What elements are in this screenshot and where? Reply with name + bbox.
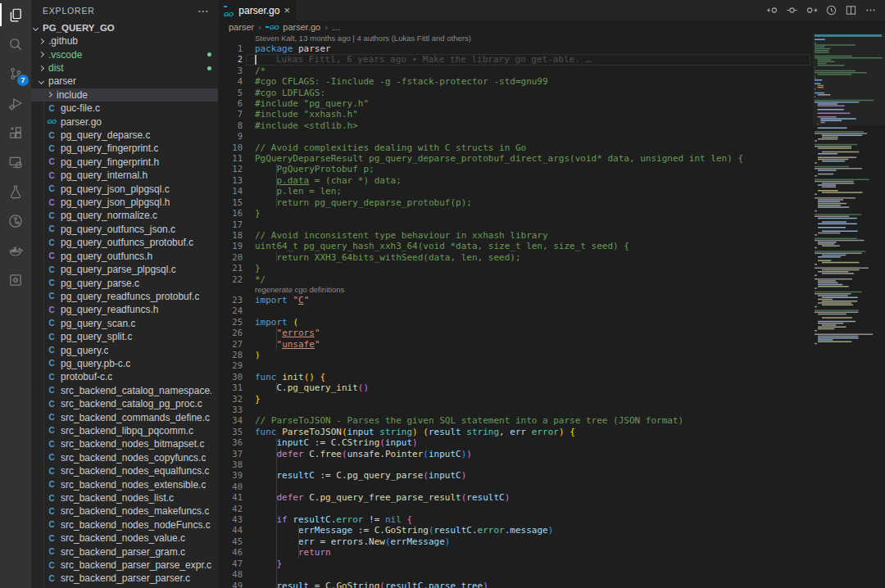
tree-item-label: src_backend_parser_parser.c [61,572,190,584]
tree-file-pg_query_parse_plpgsql.c[interactable]: Cpg_query_parse_plpgsql.c [31,263,218,276]
code-line: 27 "unsafe" [218,339,812,350]
indent-guide [276,514,277,525]
code-line: 7#include "xxhash.h" [218,109,812,120]
breadcrumb-file[interactable]: parser.go [283,22,320,32]
tree-file-src_backend_nodes_extensible.c[interactable]: Csrc_backend_nodes_extensible.c [31,477,218,491]
tree-file-pg_query_fingerprint.h[interactable]: Cpg_query_fingerprint.h [31,156,218,169]
line-content: import "C" [255,295,309,305]
tree-file-src_backend_catalog_namespace.c[interactable]: Csrc_backend_catalog_namespace.c [31,384,218,397]
tree-file-src_backend_parser_parser.c[interactable]: Csrc_backend_parser_parser.c [31,572,218,585]
tree-file-src_backend_nodes_list.c[interactable]: Csrc_backend_nodes_list.c [31,491,218,504]
tree-file-src_backend_nodes_copyfuncs.c[interactable]: Csrc_backend_nodes_copyfuncs.c [31,451,218,464]
tree-file-pg_query.c[interactable]: Cpg_query.c [31,343,218,356]
split-editor-icon[interactable] [845,4,857,16]
next-change-icon[interactable] [806,4,818,16]
tree-file-pg_query_normalize.c[interactable]: Cpg_query_normalize.c [31,209,218,222]
tree-item-label: pg_query.pb-c.c [61,358,130,369]
line-number: 4 [218,76,243,87]
line-number: 6 [218,98,243,109]
tree-file-src_backend_parser_gram.c[interactable]: Csrc_backend_parser_gram.c [31,545,218,558]
tree-file-src_backend_libpq_pqcomm.c[interactable]: Csrc_backend_libpq_pqcomm.c [31,424,218,437]
line-number: 27 [218,339,243,350]
tree-file-src_backend_nodes_makefuncs.c[interactable]: Csrc_backend_nodes_makefuncs.c [31,504,218,518]
line-number: 45 [218,536,243,547]
open-changes-icon[interactable] [786,4,798,16]
tree-folder-dist[interactable]: dist [31,61,218,75]
explorer-more-actions[interactable]: ⋯ [197,4,210,17]
tree-file-pg_query_json_plpgsql.h[interactable]: Cpg_query_json_plpgsql.h [31,196,218,209]
tree-file-src_backend_catalog_pg_proc.c[interactable]: Csrc_backend_catalog_pg_proc.c [31,397,218,410]
tree-file-pg_query_scan.c[interactable]: Cpg_query_scan.c [31,317,218,330]
breadcrumb-folder[interactable]: parser [229,22,254,32]
tree-file-src_backend_nodes_value.c[interactable]: Csrc_backend_nodes_value.c [31,531,218,545]
more-actions-icon[interactable] [865,4,877,16]
line-number: 21 [218,263,243,274]
code-line: 47 } [218,559,812,569]
code-editor[interactable]: Steven Kalt, 13 months ago | 4 authors (… [218,34,812,588]
tree-file-pg_query_outfuncs.h[interactable]: Cpg_query_outfuncs.h [31,250,218,263]
tree-file-src_backend_nodes_equalfuncs.c[interactable]: Csrc_backend_nodes_equalfuncs.c [31,464,218,477]
tree-file-src_backend_nodes_bitmapset.c[interactable]: Csrc_backend_nodes_bitmapset.c [31,437,218,450]
explorer-root-folder[interactable]: PG_QUERY_GO [31,21,218,34]
tree-item-label: .vscode [48,49,82,61]
tree-file-src_backend_parser_parse_expr.c[interactable]: Csrc_backend_parser_parse_expr.c [31,559,218,572]
docker-icon[interactable] [0,236,31,265]
previous-change-icon[interactable] [766,4,778,16]
c-file-icon: C [46,332,57,341]
file-history-icon[interactable] [825,4,837,16]
gitlens-icon[interactable] [0,206,31,236]
code-line: 23import "C" [218,295,812,305]
settings-editor-icon[interactable] [0,265,31,295]
source-control-icon[interactable]: 7 [0,59,31,88]
tree-folder-include[interactable]: include [31,88,218,102]
tree-file-pg_query_internal.h[interactable]: Cpg_query_internal.h [31,169,218,182]
testing-icon[interactable] [0,177,31,206]
line-number: 23 [218,295,243,305]
tree-file-pg_query_deparse.c[interactable]: Cpg_query_deparse.c [31,129,218,142]
c-file-icon: C [46,386,57,395]
minimap[interactable] [813,34,885,588]
tree-folder-parser[interactable]: parser [31,75,218,88]
c-file-icon: C [46,238,57,247]
tree-folder-.vscode[interactable]: .vscode [31,47,218,61]
tree-folder-.github[interactable]: .github [31,34,218,47]
chevron-right-icon [39,38,44,44]
code-line: 4#cgo CFLAGS: -Iinclude -g -fstack-prote… [218,76,812,87]
c-file-icon: C [46,305,57,314]
explorer-header-label: EXPLORER [43,6,95,16]
line-content: resultC := C.pg_query_parse(inputC) [255,470,466,481]
tree-file-src_backend_commands_define.c[interactable]: Csrc_backend_commands_define.c [31,410,218,423]
tree-file-protobuf-c.c[interactable]: Cprotobuf-c.c [31,370,218,383]
tree-file-parser.go[interactable]: GOparser.go [31,115,218,128]
tree-file-pg_query_outfuncs_json.c[interactable]: Cpg_query_outfuncs_json.c [31,223,218,236]
tree-file-pg_query_readfuncs_protobuf.c[interactable]: Cpg_query_readfuncs_protobuf.c [31,290,218,303]
tree-file-pg_query_split.c[interactable]: Cpg_query_split.c [31,330,218,343]
tree-file-pg_query_parse.c[interactable]: Cpg_query_parse.c [31,276,218,289]
tab-parser-go[interactable]: GO parser.go × [218,0,297,20]
line-number: 44 [218,525,243,536]
tree-file-guc-file.c[interactable]: Cguc-file.c [31,102,218,115]
tree-item-label: protobuf-c.c [61,371,112,382]
tree-file-pg_query_json_plpgsql.c[interactable]: Cpg_query_json_plpgsql.c [31,182,218,195]
gitlens-blame-annotation[interactable]: Steven Kalt, 13 months ago | 4 authors (… [218,34,812,43]
line-number: 12 [218,164,243,174]
tab-label: parser.go [238,5,279,16]
extensions-icon[interactable] [0,118,31,147]
tree-file-pg_query_readfuncs.h[interactable]: Cpg_query_readfuncs.h [31,303,218,316]
breadcrumb-symbol[interactable]: … [332,22,341,32]
tree-file-pg_query.pb-c.c[interactable]: Cpg_query.pb-c.c [31,357,218,370]
codelens-action[interactable]: regenerate cgo definitions [218,285,812,295]
indent-guide [276,470,277,481]
code-line: 9 [218,131,812,142]
tree-file-src_backend_nodes_nodeFuncs.c[interactable]: Csrc_backend_nodes_nodeFuncs.c [31,518,218,531]
run-and-debug-icon[interactable] [0,88,31,118]
explorer-icon[interactable] [0,0,31,29]
search-icon[interactable] [0,29,31,59]
remote-explorer-icon[interactable] [0,147,31,177]
breadcrumb-separator: › [324,22,328,32]
tree-file-pg_query_fingerprint.c[interactable]: Cpg_query_fingerprint.c [31,142,218,155]
chevron-right-icon [39,52,44,57]
tab-close-icon[interactable]: × [284,4,290,16]
code-line: 19uint64_t pg_query_hash_xxh3_64(void *d… [218,241,812,251]
tree-file-pg_query_outfuncs_protobuf.c[interactable]: Cpg_query_outfuncs_protobuf.c [31,236,218,249]
